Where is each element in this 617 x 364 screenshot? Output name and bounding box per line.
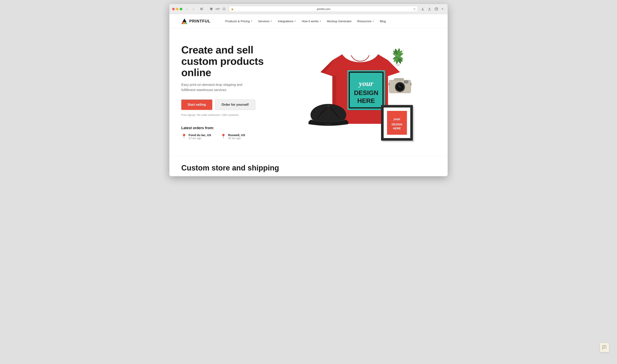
orders-list: 📍 Fond du lac, US 23 sec ago 📍 Roswell, …: [181, 133, 285, 140]
hero-meta: Free signup • No order minimums • 160+ p…: [181, 114, 285, 117]
add-tab-button[interactable]: +: [440, 7, 445, 11]
forward-button[interactable]: ›: [191, 6, 196, 12]
logo-text: PRINTFUL: [189, 19, 210, 24]
browser-icons-right: +: [420, 6, 445, 12]
chevron-down-icon: ▼: [372, 20, 374, 22]
svg-rect-29: [327, 124, 329, 125]
svg-point-37: [398, 85, 400, 86]
svg-rect-3: [202, 10, 203, 10]
website-content: PRINTFUL Products & Pricing ▼ Services ▼: [169, 14, 448, 176]
maximize-button[interactable]: [180, 8, 182, 10]
browser-dots: [172, 8, 182, 10]
location-pin-icon: 📍: [181, 134, 187, 139]
svg-marker-10: [183, 18, 186, 22]
nav-item-mockup: Mockup Generator: [324, 18, 354, 25]
hero-subtitle: Easy print-on-demand drop shipping and f…: [181, 82, 257, 92]
svg-text:your: your: [358, 79, 373, 88]
hero-section: Create and sell custom products online E…: [169, 28, 448, 156]
logo[interactable]: PRINTFUL: [181, 18, 210, 24]
nav-item-blog: Blog: [377, 18, 389, 25]
order-item-2: 📍 Roswell, US 34 sec ago: [221, 133, 245, 140]
svg-rect-38: [394, 78, 404, 81]
order-city-1: Fond du lac, US: [189, 133, 211, 137]
browser-icons-left: [199, 6, 205, 12]
nav-links: Products & Pricing ▼ Services ▼ Integrat…: [223, 18, 436, 25]
chevron-down-icon: ▼: [270, 20, 272, 22]
svg-text:your: your: [393, 117, 401, 121]
order-time-1: 23 sec ago: [189, 137, 211, 140]
camera-image: [388, 76, 412, 94]
svg-rect-43: [410, 83, 411, 85]
svg-text:DESIGN: DESIGN: [392, 123, 402, 126]
shield-icon-button[interactable]: [209, 6, 214, 12]
hero-title: Create and sell custom products online: [181, 44, 285, 78]
chevron-down-icon: ▼: [319, 20, 321, 22]
nav-item-services: Services ▼: [255, 18, 275, 25]
mockup-container: your DESIGN HERE: [304, 40, 416, 144]
nav-item-resources: Resources ▼: [354, 18, 377, 25]
nav-link-integrations[interactable]: Integrations ▼: [275, 18, 299, 25]
extension-icons: ABP: [209, 6, 227, 12]
browser-window: ‹ › ABP: [169, 4, 448, 176]
svg-rect-1: [202, 8, 203, 9]
nav-item-integrations: Integrations ▼: [275, 18, 299, 25]
nav-link-how-it-works[interactable]: How it works ▼: [299, 18, 324, 25]
hero-orders: Latest orders from: 📍 Fond du lac, US 23…: [181, 126, 285, 140]
hero-content: Create and sell custom products online E…: [181, 44, 285, 140]
hero-image: your DESIGN HERE: [285, 40, 436, 144]
windows-icon-button[interactable]: [433, 6, 439, 12]
bottom-title: Custom store and shipping: [181, 164, 436, 172]
reader-view-button[interactable]: [199, 6, 205, 12]
location-pin-icon-2: 📍: [221, 134, 226, 139]
nav-link-products[interactable]: Products & Pricing ▼: [223, 18, 255, 25]
chevron-down-icon: ▼: [294, 20, 296, 22]
hero-buttons: Start selling Order for yourself: [181, 100, 285, 110]
cap-image: [309, 104, 348, 132]
order-details-1: Fond du lac, US 23 sec ago: [189, 133, 211, 140]
url-bar[interactable]: 🔒 printful.com ↻: [229, 6, 418, 12]
download-icon-button[interactable]: [420, 6, 425, 12]
svg-rect-30: [329, 124, 331, 125]
nav-item-products: Products & Pricing ▼: [223, 18, 255, 25]
browser-nav: ‹ ›: [184, 6, 196, 12]
back-button[interactable]: ‹: [184, 6, 190, 12]
nav-item-how-it-works: How it works ▼: [299, 18, 324, 25]
svg-text:HERE: HERE: [393, 127, 401, 130]
browser-toolbar: ‹ › ABP: [169, 4, 448, 14]
svg-rect-28: [325, 124, 327, 125]
nav-link-resources[interactable]: Resources ▼: [354, 18, 377, 25]
logo-icon: [181, 18, 188, 24]
order-for-yourself-button[interactable]: Order for yourself: [215, 100, 255, 110]
refresh-icon[interactable]: ↻: [413, 8, 416, 11]
lock-icon: 🔒: [231, 8, 234, 10]
share-icon-button[interactable]: [427, 6, 432, 12]
svg-text:DESIGN: DESIGN: [354, 89, 379, 96]
order-item-1: 📍 Fond du lac, US 23 sec ago: [181, 133, 211, 140]
order-city-2: Roswell, US: [228, 133, 245, 137]
svg-rect-42: [388, 83, 390, 85]
extension-icon-button[interactable]: [221, 6, 227, 12]
minimize-button[interactable]: [176, 8, 179, 10]
close-button[interactable]: [172, 8, 175, 10]
svg-text:HERE: HERE: [357, 97, 375, 104]
svg-point-5: [224, 9, 224, 9]
nav-link-mockup[interactable]: Mockup Generator: [324, 18, 354, 25]
order-details-2: Roswell, US 34 sec ago: [228, 133, 245, 140]
orders-title: Latest orders from:: [181, 126, 285, 130]
abp-icon-button[interactable]: ABP: [215, 6, 221, 12]
nav-link-blog[interactable]: Blog: [377, 18, 389, 25]
nav-link-services[interactable]: Services ▼: [255, 18, 275, 25]
chevron-down-icon: ▼: [250, 20, 252, 22]
order-time-2: 34 sec ago: [228, 137, 245, 140]
svg-rect-0: [201, 8, 202, 10]
site-nav: PRINTFUL Products & Pricing ▼ Services ▼: [169, 14, 448, 28]
bottom-section: Custom store and shipping: [169, 156, 448, 176]
svg-rect-2: [202, 9, 203, 9]
start-selling-button[interactable]: Start selling: [181, 100, 212, 110]
framed-picture: your DESIGN HERE: [380, 104, 416, 144]
svg-rect-6: [435, 8, 437, 10]
svg-rect-51: [381, 105, 413, 106]
svg-rect-40: [404, 80, 408, 83]
url-text: printful.com: [235, 8, 412, 11]
